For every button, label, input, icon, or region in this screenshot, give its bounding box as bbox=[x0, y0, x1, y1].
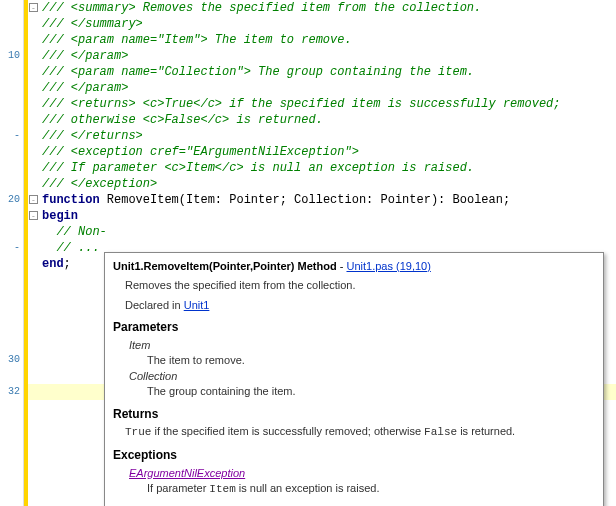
line-num: - bbox=[0, 240, 20, 256]
param-name: Item bbox=[129, 338, 595, 353]
code-line[interactable]: /// <param name="Collection"> The group … bbox=[42, 64, 616, 80]
line-num bbox=[0, 96, 20, 112]
tooltip-summary: Removes the specified item from the coll… bbox=[125, 278, 595, 293]
code-line[interactable]: /// </param> bbox=[42, 48, 616, 64]
exception-link[interactable]: EArgumentNilException bbox=[129, 467, 245, 479]
line-num: 30 bbox=[0, 352, 20, 368]
code-insight-tooltip: Unit1.RemoveItem(Pointer,Pointer) Method… bbox=[104, 252, 604, 506]
code-line[interactable]: // Non- bbox=[42, 224, 616, 240]
exception-desc: If parameter Item is null an exception i… bbox=[147, 481, 595, 497]
code-line[interactable]: /// </summary> bbox=[42, 16, 616, 32]
code-line[interactable]: /// <summary> Removes the specified item… bbox=[42, 0, 616, 16]
tooltip-exceptions-heading: Exceptions bbox=[113, 447, 595, 464]
code-line[interactable]: /// </returns> bbox=[42, 128, 616, 144]
line-num bbox=[0, 80, 20, 96]
line-num bbox=[0, 160, 20, 176]
line-num bbox=[0, 336, 20, 352]
line-num bbox=[0, 16, 20, 32]
line-num bbox=[0, 272, 20, 288]
fold-toggle-icon[interactable]: - bbox=[29, 211, 38, 220]
tooltip-method-name: Unit1.RemoveItem(Pointer,Pointer) Method bbox=[113, 260, 337, 272]
code-line[interactable]: /// </exception> bbox=[42, 176, 616, 192]
tooltip-param: Collection The group containing the item… bbox=[129, 369, 595, 400]
line-num bbox=[0, 112, 20, 128]
line-num: 10 bbox=[0, 48, 20, 64]
code-line[interactable]: /// If parameter <c>Item</c> is null an … bbox=[42, 160, 616, 176]
tooltip-title: Unit1.RemoveItem(Pointer,Pointer) Method… bbox=[113, 259, 595, 274]
tooltip-returns: True if the specified item is successful… bbox=[125, 424, 595, 440]
line-num bbox=[0, 304, 20, 320]
line-num: 32 bbox=[0, 384, 20, 400]
tooltip-unit-link[interactable]: Unit1 bbox=[184, 299, 210, 311]
line-num bbox=[0, 176, 20, 192]
line-num bbox=[0, 288, 20, 304]
fold-toggle-icon[interactable]: - bbox=[29, 3, 38, 12]
fn-name: RemoveItem bbox=[100, 193, 179, 207]
line-num bbox=[0, 0, 20, 16]
line-num bbox=[0, 320, 20, 336]
line-gutter: 10 - 20 - 30 32 bbox=[0, 0, 24, 506]
line-num bbox=[0, 144, 20, 160]
line-num bbox=[0, 64, 20, 80]
fold-toggle-icon[interactable]: - bbox=[29, 195, 38, 204]
code-line[interactable]: /// <exception cref="EArgumentNilExcepti… bbox=[42, 144, 616, 160]
code-line[interactable]: /// </param> bbox=[42, 80, 616, 96]
tooltip-source-link[interactable]: Unit1.pas (19,10) bbox=[346, 260, 430, 272]
code-line[interactable]: /// otherwise <c>False</c> is returned. bbox=[42, 112, 616, 128]
code-line[interactable]: /// <param name="Item"> The item to remo… bbox=[42, 32, 616, 48]
param-desc: The item to remove. bbox=[147, 353, 595, 368]
fold-column: - - - bbox=[28, 0, 40, 506]
code-line[interactable]: function RemoveItem(Item: Pointer; Colle… bbox=[42, 192, 616, 208]
line-num: 20 bbox=[0, 192, 20, 208]
kw-function: function bbox=[42, 193, 100, 207]
line-num bbox=[0, 32, 20, 48]
code-line[interactable]: begin bbox=[42, 208, 616, 224]
kw-begin: begin bbox=[42, 209, 78, 223]
tooltip-param: Item The item to remove. bbox=[129, 338, 595, 369]
line-num bbox=[0, 256, 20, 272]
code-line[interactable]: /// <returns> <c>True</c> if the specifi… bbox=[42, 96, 616, 112]
kw-end: end bbox=[42, 257, 64, 271]
tooltip-exception: EArgumentNilException If parameter Item … bbox=[129, 466, 595, 498]
param-desc: The group containing the item. bbox=[147, 384, 595, 399]
line-num bbox=[0, 368, 20, 384]
line-num: - bbox=[0, 128, 20, 144]
line-num bbox=[0, 208, 20, 224]
tooltip-declared-in: Declared in Unit1 bbox=[125, 298, 595, 313]
tooltip-params-heading: Parameters bbox=[113, 319, 595, 336]
tooltip-returns-heading: Returns bbox=[113, 406, 595, 423]
param-name: Collection bbox=[129, 369, 595, 384]
line-num bbox=[0, 224, 20, 240]
